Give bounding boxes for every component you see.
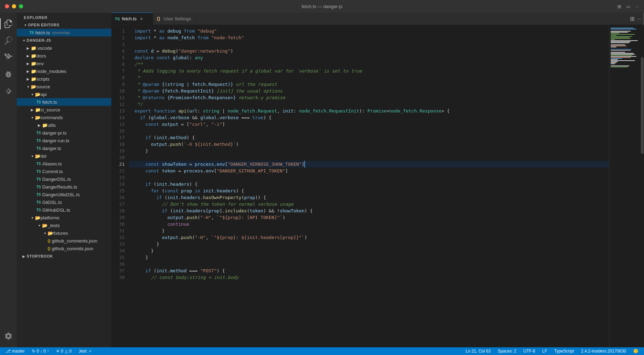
sidebar-section-storybook[interactable]: ▶ Storybook <box>17 252 111 260</box>
warning-count: 0 <box>69 349 72 354</box>
error-status[interactable]: ✕ 0 △ 0 <box>55 347 73 355</box>
sidebar-item-githubdsl[interactable]: TS GitHubDSL.ts <box>17 206 111 214</box>
sidebar-item-danger-ts[interactable]: TS danger.ts <box>17 144 111 152</box>
toggle-panel-icon[interactable]: ▭ <box>626 4 630 9</box>
sidebar-item-commands[interactable]: ▾ 📂 commands <box>17 114 111 121</box>
tab-fetch-ts[interactable]: TS fetch.ts × <box>111 13 153 25</box>
sidebar-item-env[interactable]: ▶ 📁 env <box>17 60 111 67</box>
sidebar-item-fixtures[interactable]: ▾ 📂 fixtures <box>17 229 111 237</box>
sidebar-item-node-modules[interactable]: ▶ 📁 node_modules <box>17 67 111 75</box>
close-button[interactable] <box>5 4 9 8</box>
folder-icon-commands: 📂 <box>35 115 41 120</box>
code-line-16 <box>129 128 609 134</box>
git-branch-status[interactable]: ⎇ master <box>4 347 26 355</box>
sidebar-item-platforms[interactable]: ▾ 📂 platforms <box>17 214 111 221</box>
sidebar-item-dangerdsl[interactable]: TS DangerDSL.ts <box>17 175 111 183</box>
file-label-github-commits: github_commits.json <box>52 246 94 251</box>
cursor-position-status[interactable]: Ln 21, Col 63 <box>464 347 492 355</box>
smiley-status[interactable]: 🙂 <box>632 347 640 355</box>
code-line-29: output.push("-H", `"${prop}: [API TOKEN]… <box>129 214 609 221</box>
code-editor[interactable]: 12345 678910 1112131415 1617181920 21222… <box>111 25 644 347</box>
tab-ts-label: TS <box>115 17 120 21</box>
folder-icon-utils: 📁 <box>42 123 48 128</box>
sidebar-item-vscode[interactable]: ▶ 📁 .vscode <box>17 44 111 52</box>
encoding-status[interactable]: UTF-8 <box>522 347 537 355</box>
sidebar-section-danger-js[interactable]: ▾ Danger-JS <box>17 36 111 44</box>
storybook-label: Storybook <box>27 254 53 258</box>
folder-icon-ci-source: 📁 <box>35 107 41 112</box>
minimap-content <box>609 25 640 70</box>
code-line-33: } <box>129 241 609 247</box>
title-bar-actions: ⊞ ▭ ··· <box>617 4 639 9</box>
sidebar-item-tests[interactable]: ▾ 📂 _tests <box>17 221 111 229</box>
sidebar-item-dsl[interactable]: ▾ 📂 dsl <box>17 152 111 160</box>
folder-icon-api: 📂 <box>35 92 41 97</box>
open-editor-filename: fetch.ts <box>35 30 50 35</box>
minimize-button[interactable] <box>12 4 16 8</box>
scroll-thumb[interactable] <box>641 57 644 154</box>
section-arrow-open-editors: ▾ <box>22 23 28 27</box>
indent-label: Spaces: 2 <box>498 349 516 354</box>
file-label-gitdsl: GitDSL.ts <box>42 200 62 205</box>
file-label-danger-pr: danger-pr.ts <box>42 130 67 136</box>
code-line-20 <box>129 154 609 161</box>
sidebar-item-fetch-ts[interactable]: TS fetch.ts <box>17 98 111 106</box>
sidebar-section-open-editors[interactable]: ▾ Open Editors <box>17 21 111 29</box>
sidebar-item-danger-run[interactable]: TS danger-run.ts <box>17 137 111 144</box>
sidebar-item-dangerresults[interactable]: TS DangerResults.ts <box>17 183 111 191</box>
jest-status[interactable]: Jest: ✓ <box>77 347 94 355</box>
open-editors-label: Open Editors <box>28 23 60 27</box>
sidebar-item-github-commits[interactable]: {} github_commits.json <box>17 245 111 252</box>
sidebar-content[interactable]: ▾ Open Editors TS fetch.ts source/api ▾ … <box>17 21 111 347</box>
sidebar-item-danger-pr[interactable]: TS danger-pr.ts <box>17 129 111 137</box>
sidebar-item-utils[interactable]: ▶ 📁 utils <box>17 121 111 129</box>
sidebar-item-ci-source[interactable]: ▶ 📁 ci_source <box>17 106 111 114</box>
tab-close-button[interactable]: × <box>140 16 143 22</box>
sidebar-item-source[interactable]: ▾ 📂 source <box>17 83 111 90</box>
file-label-githubdsl: GitHubDSL.ts <box>42 207 70 213</box>
tab-user-settings[interactable]: {} User Settings <box>153 13 195 25</box>
settings-activity-icon[interactable] <box>0 328 17 344</box>
sidebar: Explorer ▾ Open Editors TS fetch.ts sour… <box>17 13 111 347</box>
code-line-28: if (init.headers[prop].includes(token) &… <box>129 207 609 214</box>
git-sync-status[interactable]: ↻ 0 ↓ 0 ↑ <box>30 347 50 355</box>
folder-icon-platforms: 📂 <box>35 215 41 220</box>
sidebar-item-aliases[interactable]: TS Aliases.ts <box>17 160 111 168</box>
explorer-activity-icon[interactable] <box>0 15 17 32</box>
split-editor-icon[interactable]: ⊞ <box>617 4 621 9</box>
eol-status[interactable]: LF <box>541 347 549 355</box>
search-activity-icon[interactable] <box>0 32 17 49</box>
git-activity-icon[interactable] <box>0 49 17 66</box>
open-editor-fetch-ts[interactable]: TS fetch.ts source/api <box>17 29 111 36</box>
folder-icon-dsl: 📂 <box>35 153 41 159</box>
sidebar-item-api[interactable]: ▾ 📂 api <box>17 90 111 98</box>
indent-status[interactable]: Spaces: 2 <box>496 347 518 355</box>
sidebar-item-gitdsl[interactable]: TS GitDSL.ts <box>17 198 111 206</box>
version-status[interactable]: 2.4.2-insiders.20170630 <box>580 347 628 355</box>
code-line-15: const output = ["curl", "-i"] <box>129 121 609 128</box>
folder-icon-node-modules: 📁 <box>31 69 36 74</box>
sidebar-item-scripts[interactable]: ▶ 📁 scripts <box>17 75 111 83</box>
sidebar-item-commit[interactable]: TS Commit.ts <box>17 168 111 175</box>
sidebar-item-docs[interactable]: ▶ 📁 docs <box>17 52 111 60</box>
window-title: fetch.ts — danger-js <box>302 4 342 9</box>
main-layout: Explorer ▾ Open Editors TS fetch.ts sour… <box>0 13 644 347</box>
split-editor-tab-icon[interactable]: ⊞ <box>630 15 635 22</box>
more-actions-icon[interactable]: ··· <box>635 4 639 9</box>
folder-label-commands: commands <box>41 115 63 120</box>
status-bar-left: ⎇ master ↻ 0 ↓ 0 ↑ ✕ 0 △ 0 Jest: ✓ <box>4 347 94 355</box>
file-label-aliases: Aliases.ts <box>42 161 62 166</box>
maximize-button[interactable] <box>19 4 23 8</box>
debug-activity-icon[interactable] <box>0 66 17 83</box>
extensions-activity-icon[interactable] <box>0 83 17 100</box>
editor-area: TS fetch.ts × {} User Settings ⊞ ··· 123… <box>111 13 644 347</box>
sidebar-item-github-comments[interactable]: {} github_comments.json <box>17 237 111 245</box>
file-label-danger-run: danger-run.ts <box>42 138 69 143</box>
more-tab-actions-icon[interactable]: ··· <box>637 16 641 21</box>
vertical-scrollbar[interactable] <box>640 25 644 347</box>
folder-icon-fixtures: 📂 <box>48 231 53 236</box>
code-content[interactable]: import * as debug from "debug" import * … <box>129 25 609 347</box>
language-status[interactable]: TypeScript <box>553 347 576 355</box>
folder-icon-scripts: 📁 <box>31 76 36 82</box>
sidebar-item-dangerutilsdsl[interactable]: TS DangerUtilsDSL.ts <box>17 191 111 198</box>
